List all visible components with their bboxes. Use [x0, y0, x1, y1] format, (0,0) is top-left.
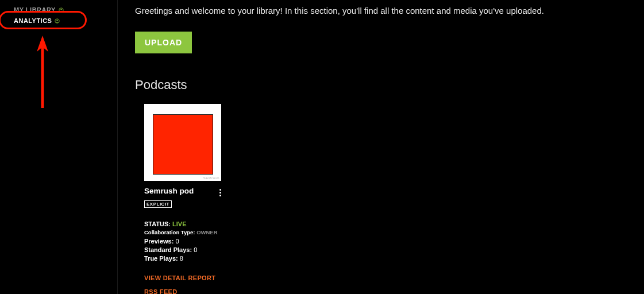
previews-value: 0	[175, 238, 179, 245]
true-plays-label: True Plays:	[144, 255, 178, 262]
rss-feed-link[interactable]: RSS FEED	[144, 288, 223, 294]
person-badge-icon	[55, 18, 60, 24]
card-links: VIEW DETAIL REPORT RSS FEED	[144, 274, 223, 294]
standard-plays-label: Standard Plays:	[144, 246, 192, 253]
more-options-icon[interactable]	[217, 187, 223, 199]
podcasts-heading: Podcasts	[135, 78, 627, 92]
status-label: STATUS:	[144, 220, 171, 227]
svg-point-1	[60, 9, 61, 10]
podcast-meta: STATUS: LIVE Collaboration Type: OWNER P…	[144, 220, 223, 262]
annotation-arrow-icon	[36, 36, 49, 109]
explicit-badge: EXPLICIT	[144, 200, 172, 208]
artwork-inner	[153, 114, 213, 175]
previews-label: Previews:	[144, 238, 173, 245]
podcast-card: SEMrush Semrush pod EXPLICIT STATUS: LIV…	[144, 104, 223, 294]
welcome-text: Greetings and welcome to your library! I…	[135, 6, 627, 16]
sidebar-item-my-library[interactable]: MY LIBRARY	[0, 5, 117, 15]
sidebar-item-label: ANALYTICS	[14, 17, 52, 24]
standard-plays-value: 0	[194, 246, 197, 253]
main-content: Greetings and welcome to your library! I…	[118, 0, 644, 294]
person-badge-icon	[59, 7, 64, 13]
true-plays-value: 8	[180, 255, 183, 262]
upload-button[interactable]: UPLOAD	[135, 32, 192, 53]
podcast-title: Semrush pod	[144, 187, 194, 195]
sidebar-item-label: MY LIBRARY	[14, 6, 56, 13]
podcast-artwork[interactable]: SEMrush	[144, 104, 221, 181]
collab-value: OWNER	[196, 229, 217, 235]
svg-point-3	[57, 20, 58, 21]
sidebar: MY LIBRARY ANALYTICS	[0, 0, 118, 294]
sidebar-item-analytics[interactable]: ANALYTICS	[0, 16, 117, 26]
collab-label: Collaboration Type:	[144, 229, 195, 235]
artwork-watermark: SEMrush	[203, 176, 219, 180]
view-detail-report-link[interactable]: VIEW DETAIL REPORT	[144, 274, 223, 281]
status-value: LIVE	[172, 220, 186, 227]
